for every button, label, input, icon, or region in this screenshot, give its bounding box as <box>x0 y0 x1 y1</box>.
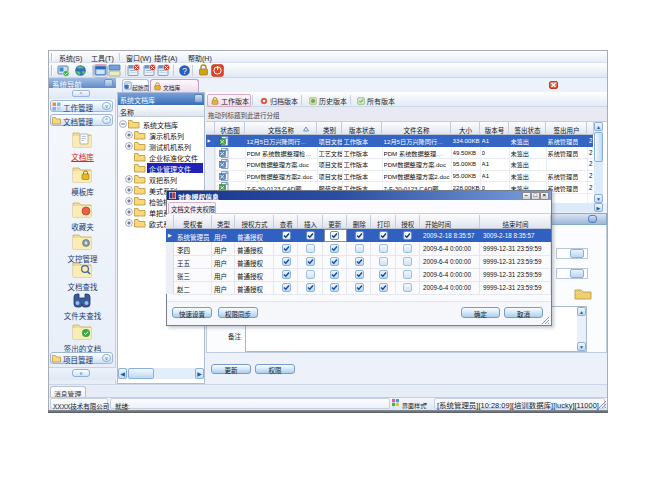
svg-text:?: ? <box>182 66 187 76</box>
